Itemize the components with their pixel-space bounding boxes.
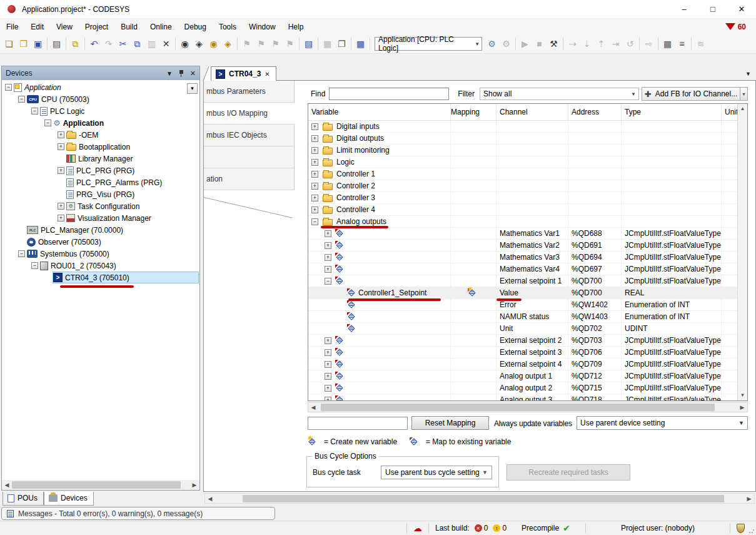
expander-plus-icon[interactable]: +	[325, 397, 331, 401]
insert-table-icon[interactable]: ▦	[320, 37, 335, 51]
tree-item-task-configuration[interactable]: +⚙Task Configuration	[2, 200, 199, 212]
menu-view[interactable]: View	[50, 20, 79, 34]
flow-control-icon[interactable]: ⇨	[642, 37, 656, 51]
always-update-combo[interactable]: Use parent device setting ▼	[577, 416, 748, 430]
copy-project-icon[interactable]: ⧉	[68, 37, 83, 51]
expander-plus-icon[interactable]: +	[58, 215, 64, 222]
scroll-right-icon[interactable]: ▶	[737, 404, 747, 410]
expander-minus-icon[interactable]: −	[31, 108, 38, 115]
expander-minus-icon[interactable]: −	[5, 84, 12, 91]
filter-combo[interactable]: Show all ▼	[480, 88, 639, 100]
table-hscrollbar[interactable]: ◀ ▶	[308, 402, 748, 412]
table-row[interactable]: +External setpoint 2%QD703JCmpUtilItf.st…	[308, 335, 737, 347]
add-fb-split-dropdown[interactable]: ▼	[740, 87, 748, 101]
column-header-variable[interactable]: Variable	[308, 104, 451, 120]
bus-cycle-task-combo[interactable]: Use parent bus cycle setting ▼	[381, 466, 492, 479]
menu-project[interactable]: Project	[79, 20, 114, 34]
display-mode-icon[interactable]: ▦	[660, 37, 675, 51]
expander-plus-icon[interactable]: +	[325, 373, 331, 380]
devices-panel-header[interactable]: Devices ▼ ✕	[2, 66, 199, 80]
table-row[interactable]: +Mathematics Var3%QD694JCmpUtilItf.stFlo…	[308, 252, 737, 263]
step-into-icon[interactable]: ⇣	[580, 37, 594, 51]
tree-item-library-manager[interactable]: Library Manager	[2, 153, 199, 165]
panel-menu-icon[interactable]: ▼	[166, 70, 173, 77]
properties-icon[interactable]: ▤	[301, 37, 316, 51]
close-button[interactable]: ✕	[727, 0, 756, 19]
next-bookmark-icon[interactable]: ⚑	[268, 37, 283, 51]
expander-plus-icon[interactable]: +	[311, 147, 318, 154]
column-header-type[interactable]: Type	[622, 104, 722, 120]
open-project-icon[interactable]: ❒	[16, 37, 31, 51]
side-tab-mbus-i-o-mapping[interactable]: mbus I/O Mapping	[204, 103, 295, 125]
menu-debug[interactable]: Debug	[178, 20, 213, 34]
table-row[interactable]: Controller1_Setpoint✱Value%QD700REAL	[308, 287, 737, 299]
tree-item-observer-705003-[interactable]: Observer (705003)	[2, 236, 199, 248]
expander-plus-icon[interactable]: +	[325, 337, 331, 344]
column-header-unit[interactable]: Unit	[722, 104, 737, 120]
expander-plus-icon[interactable]: +	[311, 183, 318, 190]
previous-bookmark-icon[interactable]: ⚑	[254, 37, 268, 51]
expander-plus-icon[interactable]: +	[325, 230, 331, 237]
table-row[interactable]: +Analog output 2%QD715JCmpUtilItf.stFloa…	[308, 382, 737, 394]
tree-item-bootapplication[interactable]: +Bootapplication	[2, 141, 199, 153]
expander-plus-icon[interactable]: +	[325, 349, 331, 356]
table-row[interactable]: +Analog output 3%QD718JCmpUtilItf.stFloa…	[308, 394, 737, 400]
toggle-breakpoint-icon[interactable]: ≋	[693, 37, 708, 51]
login-icon[interactable]: ⚙	[485, 37, 499, 51]
table-vscrollbar[interactable]: ▲ ▼	[737, 104, 747, 400]
clear-bookmarks-icon[interactable]: ⚑	[283, 37, 297, 51]
maximize-button[interactable]: □	[698, 0, 727, 19]
menu-help[interactable]: Help	[282, 20, 310, 34]
table-row[interactable]: +Digital outputs	[308, 133, 737, 145]
run-to-cursor-icon[interactable]: ⇥	[608, 37, 623, 51]
reset-mapping-button[interactable]: Reset Mapping	[411, 416, 489, 430]
paste-icon[interactable]: ▥	[144, 37, 159, 51]
scroll-thumb[interactable]	[12, 481, 181, 489]
mapping-field[interactable]	[308, 417, 408, 430]
active-application-combo[interactable]: Application [CPU: PLC Logic] ▼	[375, 37, 482, 51]
expander-plus-icon[interactable]: +	[325, 385, 331, 392]
expander-plus-icon[interactable]: +	[311, 171, 318, 178]
table-row[interactable]: +Logic	[308, 156, 737, 168]
expander-plus-icon[interactable]: +	[58, 167, 64, 174]
message-flag[interactable]: 60	[725, 23, 746, 31]
column-header-address[interactable]: Address	[568, 104, 622, 120]
side-tab-ation[interactable]: ation	[204, 168, 295, 190]
cut-icon[interactable]: ✂	[116, 37, 130, 51]
table-row[interactable]: +Analog output 1%QD712JCmpUtilItf.stFloa…	[308, 370, 737, 382]
redo-icon[interactable]: ↷	[101, 37, 116, 51]
build-icon[interactable]: ⚒	[547, 37, 561, 51]
tree-item-systembus-705000-[interactable]: −Systembus (705000)	[2, 248, 199, 260]
scroll-left-icon[interactable]: ◀	[308, 404, 318, 410]
messages-bar[interactable]: Messages - Total 0 error(s), 0 warning(s…	[1, 507, 275, 520]
scroll-left-icon[interactable]: ◀	[205, 496, 215, 502]
copy-icon[interactable]: ⧉	[130, 37, 144, 51]
expander-plus-icon[interactable]: +	[58, 203, 64, 210]
minimize-button[interactable]: –	[670, 0, 698, 19]
panel-close-icon[interactable]: ✕	[190, 69, 196, 78]
table-row[interactable]: Unit%QD702UDINT	[308, 323, 737, 335]
expander-minus-icon[interactable]: −	[31, 262, 38, 269]
expander-plus-icon[interactable]: +	[58, 143, 64, 150]
tree-item-prg-visu-prg-[interactable]: PRG_Visu (PRG)	[2, 188, 199, 200]
menu-tools[interactable]: Tools	[213, 20, 243, 34]
table-row[interactable]: +Controller 2	[308, 180, 737, 192]
expander-minus-icon[interactable]: −	[18, 250, 25, 257]
tree-item-cpu-705003-[interactable]: −CPUCPU (705003)	[2, 93, 199, 105]
start-icon[interactable]: ▶	[518, 37, 532, 51]
scroll-up-icon[interactable]: ▲	[738, 104, 747, 114]
view-tab-pous[interactable]: POUs	[3, 492, 44, 506]
menu-window[interactable]: Window	[243, 20, 282, 34]
find-objects-icon[interactable]: ◉	[206, 37, 221, 51]
table-row[interactable]: +Limit monitoring	[308, 145, 737, 156]
tab-list-dropdown-icon[interactable]: ▼	[745, 71, 751, 77]
reset-icon[interactable]: ↺	[623, 37, 637, 51]
bookmark-icon[interactable]: ⚑	[239, 37, 254, 51]
find-icon[interactable]: ◉	[178, 37, 192, 51]
expander-plus-icon[interactable]: +	[325, 254, 331, 261]
quick-replace-icon[interactable]: ◈	[192, 37, 206, 51]
expander-minus-icon[interactable]: −	[18, 96, 25, 103]
tree-item-visualization-manager[interactable]: +Visualization Manager	[2, 212, 199, 224]
table-row[interactable]: NAMUR status%QW1403Enumeration of INT	[308, 311, 737, 323]
print-icon[interactable]: ▤	[49, 37, 64, 51]
